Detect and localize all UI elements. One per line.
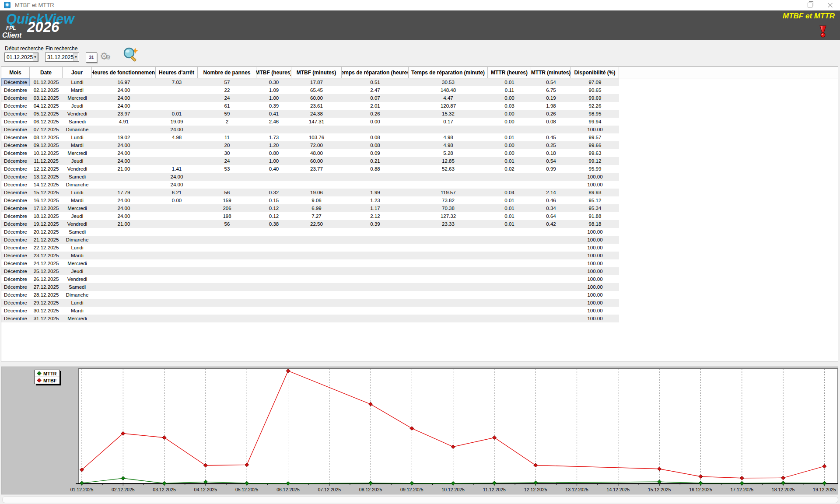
table-row[interactable]: Décembre17.12.2025Mercredi24.002060.126.… bbox=[1, 204, 619, 212]
table-row[interactable]: Décembre25.12.2025Jeudi100.00 bbox=[1, 267, 619, 275]
table-row[interactable]: Décembre30.12.2025Mardi100.00 bbox=[1, 307, 619, 315]
search-button[interactable] bbox=[122, 46, 140, 66]
gears-icon[interactable]: ⚙⚙ bbox=[100, 51, 111, 62]
table-cell: Dimanche bbox=[63, 181, 92, 189]
column-header[interactable]: Temps de réparation (minute) bbox=[409, 67, 488, 78]
calendar-icon: 31 bbox=[89, 55, 94, 60]
table-row[interactable]: Décembre10.12.2025Mercredi24.00300.8048.… bbox=[1, 149, 619, 157]
column-header[interactable]: Temps de réparation (heures) bbox=[342, 67, 409, 78]
column-header-filler bbox=[619, 67, 838, 78]
table-cell: Décembre bbox=[1, 78, 30, 86]
table-cell: 100.00 bbox=[571, 315, 619, 322]
column-header[interactable]: MTTR (minutes) bbox=[531, 67, 571, 78]
table-cell: Lundi bbox=[63, 78, 92, 86]
table-cell: 95.99 bbox=[571, 165, 619, 173]
column-header[interactable]: Disponibilité (%) bbox=[571, 67, 619, 78]
table-row[interactable]: Décembre23.12.2025Mardi100.00 bbox=[1, 252, 619, 259]
table-row[interactable]: Décembre26.12.2025Vendredi100.00 bbox=[1, 275, 619, 283]
table-cell: 100.00 bbox=[571, 126, 619, 133]
table-cell: Mardi bbox=[63, 141, 92, 149]
table-cell bbox=[156, 212, 198, 220]
table-row[interactable]: Décembre08.12.2025Lundi19.024.98111.7310… bbox=[1, 133, 619, 141]
table-cell: Décembre bbox=[1, 181, 30, 189]
minimize-button[interactable] bbox=[780, 0, 800, 10]
chevron-down-icon[interactable]: ▼ bbox=[74, 53, 78, 61]
close-button[interactable] bbox=[820, 0, 840, 10]
table-row[interactable]: Décembre09.12.2025Mardi24.00201.2072.000… bbox=[1, 141, 619, 149]
table-row[interactable]: Décembre04.12.2025Jeudi24.00610.3923.612… bbox=[1, 102, 619, 110]
chevron-down-icon[interactable]: ▼ bbox=[33, 53, 38, 61]
table-row[interactable]: Décembre22.12.2025Lundi100.00 bbox=[1, 244, 619, 252]
table-cell bbox=[156, 236, 198, 244]
table-row[interactable]: Décembre11.12.2025Jeudi24.00241.0060.000… bbox=[1, 157, 619, 165]
table-cell: 02.12.2025 bbox=[30, 86, 63, 94]
table-cell: Décembre bbox=[1, 196, 30, 204]
end-date-picker[interactable]: 31.12.2025 ▼ bbox=[45, 52, 79, 62]
column-header[interactable]: Heures de fonctionnement bbox=[92, 67, 156, 78]
table-cell: 148.48 bbox=[409, 86, 488, 94]
table-row[interactable]: Décembre18.12.2025Jeudi24.001980.127.272… bbox=[1, 212, 619, 220]
table-row[interactable]: Décembre31.12.2025Mercredi100.00 bbox=[1, 315, 619, 322]
column-header[interactable]: Heures d'arrêt bbox=[156, 67, 198, 78]
table-cell bbox=[92, 126, 156, 133]
table-cell: Décembre bbox=[1, 307, 30, 315]
table-row[interactable]: Décembre13.12.2025Samedi24.00100.00 bbox=[1, 173, 619, 181]
table-row[interactable]: Décembre20.12.2025Samedi100.00 bbox=[1, 228, 619, 236]
table-cell: 119.57 bbox=[409, 189, 488, 196]
table-cell: 16.12.2025 bbox=[30, 196, 63, 204]
table-cell: Vendredi bbox=[63, 110, 92, 118]
table-row[interactable]: Décembre27.12.2025Samedi100.00 bbox=[1, 283, 619, 291]
table-row[interactable]: Décembre29.12.2025Lundi100.00 bbox=[1, 299, 619, 307]
table-row[interactable]: Décembre12.12.2025Vendredi21.001.41530.4… bbox=[1, 165, 619, 173]
column-header[interactable]: Mois bbox=[1, 67, 30, 78]
restore-button[interactable] bbox=[800, 0, 820, 10]
table-cell bbox=[409, 252, 488, 259]
table-cell: Samedi bbox=[63, 173, 92, 181]
table-cell bbox=[156, 307, 198, 315]
table-cell: 19.06 bbox=[291, 189, 342, 196]
table-row[interactable]: Décembre07.12.2025Dimanche24.00100.00 bbox=[1, 126, 619, 133]
table-row[interactable]: Décembre15.12.2025Lundi17.796.21560.3219… bbox=[1, 189, 619, 196]
table-row[interactable]: Décembre19.12.2025Vendredi21.00560.3822.… bbox=[1, 220, 619, 228]
table-cell: Décembre bbox=[1, 102, 30, 110]
table-cell: 99.94 bbox=[571, 118, 619, 126]
x-axis-label: 15.12.2025 bbox=[648, 487, 671, 492]
start-date-picker[interactable]: 01.12.2025 ▼ bbox=[4, 52, 38, 62]
page-title: MTBF et MTTR bbox=[783, 12, 835, 21]
column-header[interactable]: Nombre de pannes bbox=[198, 67, 256, 78]
calendar-button[interactable]: 31 bbox=[86, 52, 97, 63]
table-row[interactable]: Décembre14.12.2025Dimanche24.00100.00 bbox=[1, 181, 619, 189]
table-cell: Décembre bbox=[1, 86, 30, 94]
table-cell: 0.01 bbox=[488, 204, 531, 212]
table-cell: 99.66 bbox=[571, 141, 619, 149]
column-header[interactable]: Jour bbox=[63, 67, 92, 78]
table-row[interactable]: Décembre02.12.2025Mardi24.00221.0965.452… bbox=[1, 86, 619, 94]
table-row[interactable]: Décembre24.12.2025Mercredi100.00 bbox=[1, 259, 619, 267]
table-cell bbox=[156, 275, 198, 283]
column-header[interactable]: MTBF (heures) bbox=[256, 67, 291, 78]
table-cell bbox=[156, 315, 198, 322]
table-cell: Mardi bbox=[63, 86, 92, 94]
table-row[interactable]: Décembre05.12.2025Vendredi23.970.01590.4… bbox=[1, 110, 619, 118]
table-row[interactable]: Décembre16.12.2025Mardi24.000.001590.159… bbox=[1, 196, 619, 204]
table-row[interactable]: Décembre03.12.2025Mercredi24.00241.0060.… bbox=[1, 94, 619, 102]
column-header[interactable]: Date bbox=[30, 67, 63, 78]
table-cell bbox=[92, 299, 156, 307]
table-cell: 73.82 bbox=[409, 196, 488, 204]
table-row[interactable]: Décembre21.12.2025Dimanche100.00 bbox=[1, 236, 619, 244]
table-cell: 4.47 bbox=[409, 94, 488, 102]
table-cell: 0.18 bbox=[531, 149, 571, 157]
table-cell: 159 bbox=[198, 196, 256, 204]
table-cell: Décembre bbox=[1, 157, 30, 165]
table-cell: 100.00 bbox=[571, 299, 619, 307]
table-cell: 60.00 bbox=[291, 157, 342, 165]
table-cell: 24 bbox=[198, 94, 256, 102]
table-row[interactable]: Décembre01.12.2025Lundi16.977.03570.3017… bbox=[1, 78, 619, 86]
table-cell: Lundi bbox=[63, 189, 92, 196]
column-header[interactable]: MTTR (heures) bbox=[488, 67, 531, 78]
table-row[interactable]: Décembre06.12.2025Samedi4.9119.0922.4614… bbox=[1, 118, 619, 126]
column-header[interactable]: MTBF (minutes) bbox=[291, 67, 342, 78]
table-row[interactable]: Décembre28.12.2025Dimanche100.00 bbox=[1, 291, 619, 299]
table-cell bbox=[488, 291, 531, 299]
table-cell: 0.11 bbox=[488, 86, 531, 94]
